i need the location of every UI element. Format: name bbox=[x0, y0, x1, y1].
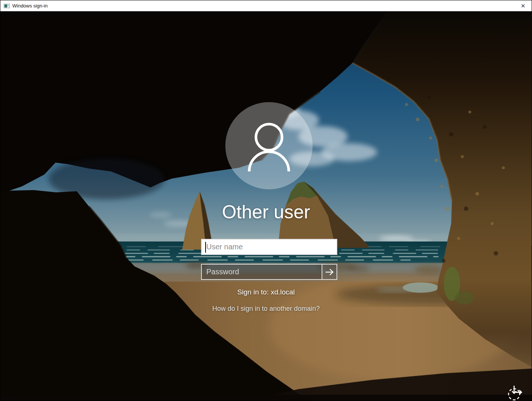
person-icon bbox=[225, 102, 313, 189]
titlebar[interactable]: Windows sign-in ✕ bbox=[0, 0, 532, 12]
sign-in-domain-text: Sign in to: xd.local bbox=[0, 288, 532, 296]
username-field-wrap bbox=[201, 239, 337, 255]
close-icon: ✕ bbox=[521, 3, 526, 9]
window-title: Windows sign-in bbox=[12, 0, 48, 12]
app-icon bbox=[4, 3, 10, 9]
submit-arrow-icon bbox=[324, 267, 335, 277]
close-button[interactable]: ✕ bbox=[514, 0, 532, 11]
user-tile-label: Other user bbox=[0, 201, 532, 223]
submit-button[interactable] bbox=[322, 265, 337, 279]
password-input[interactable] bbox=[202, 265, 322, 279]
user-avatar bbox=[225, 102, 313, 189]
text-caret bbox=[205, 242, 206, 253]
sign-in-screen: Other user Sign in to: xd.local How do I… bbox=[0, 12, 532, 401]
password-field-wrap bbox=[201, 264, 337, 280]
windows-sign-in-window: Windows sign-in ✕ bbox=[0, 0, 532, 401]
ease-of-access-icon bbox=[507, 385, 523, 401]
domain-help-link[interactable]: How do I sign in to another domain? bbox=[0, 305, 532, 313]
ease-of-access-button[interactable] bbox=[507, 385, 523, 401]
username-input[interactable] bbox=[202, 240, 337, 254]
